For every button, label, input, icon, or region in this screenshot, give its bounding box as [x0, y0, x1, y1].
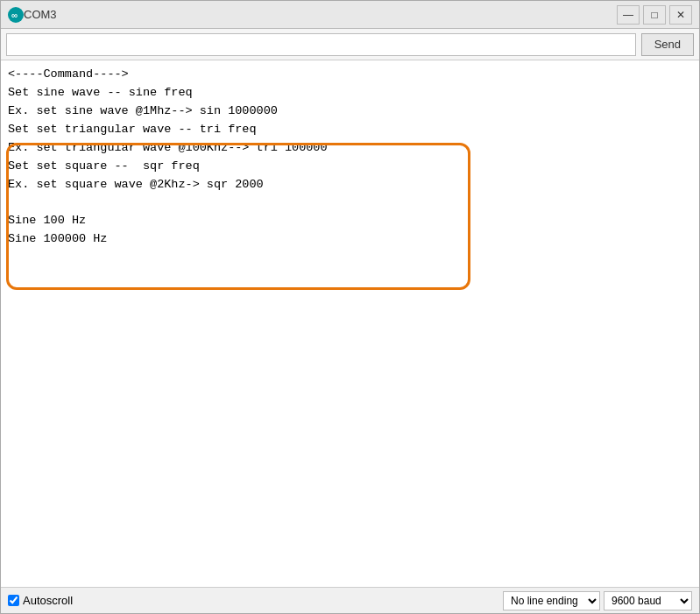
console-output: <----Command----> Set sine wave -- sine … — [8, 66, 692, 249]
arduino-logo-icon: ∞ — [8, 7, 24, 23]
console-area: <----Command----> Set sine wave -- sine … — [1, 60, 699, 587]
status-bar: Autoscroll No line endingNewlineCarriage… — [1, 587, 699, 613]
toolbar: Send — [1, 29, 699, 60]
svg-text:∞: ∞ — [11, 11, 18, 20]
send-button[interactable]: Send — [641, 33, 694, 56]
main-window: ∞ COM3 — □ ✕ Send <----Command----> Set … — [0, 0, 700, 614]
minimize-button[interactable]: — — [617, 5, 640, 25]
title-bar: ∞ COM3 — □ ✕ — [1, 1, 699, 29]
command-input[interactable] — [6, 33, 636, 56]
autoscroll-container: Autoscroll — [8, 594, 73, 607]
baud-rate-dropdown[interactable]: 300 baud1200 baud2400 baud4800 baud9600 … — [604, 591, 692, 610]
window-controls: — □ ✕ — [617, 5, 692, 25]
close-button[interactable]: ✕ — [669, 5, 692, 25]
autoscroll-checkbox[interactable] — [8, 595, 19, 606]
status-right: No line endingNewlineCarriage returnBoth… — [503, 591, 692, 610]
autoscroll-label: Autoscroll — [23, 594, 73, 607]
line-ending-dropdown[interactable]: No line endingNewlineCarriage returnBoth… — [503, 591, 600, 610]
window-title: COM3 — [24, 8, 617, 21]
maximize-button[interactable]: □ — [643, 5, 666, 25]
